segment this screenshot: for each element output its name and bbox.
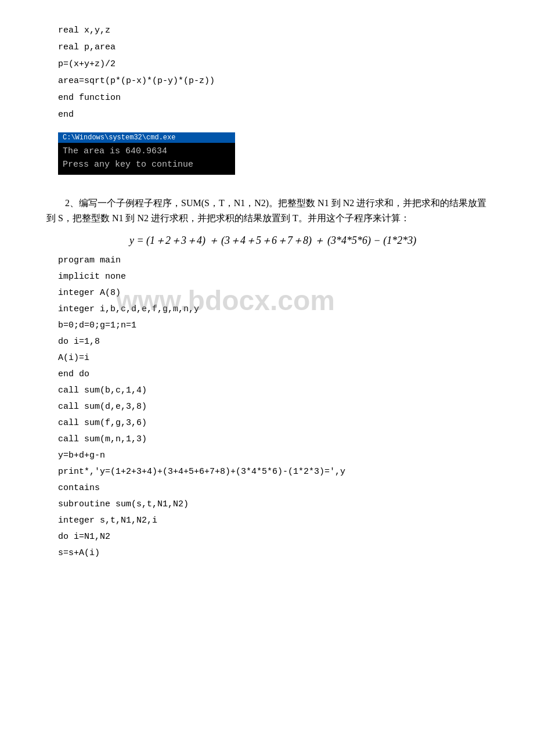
code-line-5: end function	[46, 93, 488, 103]
code2-line-3: integer A(8)	[46, 288, 488, 298]
code2-line-7: A(i)=i	[46, 353, 488, 363]
code-line-2: real p,area	[46, 42, 488, 52]
code2-line-18: do i=N1,N2	[46, 532, 488, 542]
terminal-line-1: The area is 640.9634	[63, 145, 230, 159]
code2-line-10: call sum(d,e,3,8)	[46, 402, 488, 412]
code2-line-19: s=s+A(i)	[46, 548, 488, 558]
code-line-6: end	[46, 110, 488, 120]
code2-line-17: integer s,t,N1,N2,i	[46, 516, 488, 525]
code2-line-16: subroutine sum(s,t,N1,N2)	[46, 499, 488, 509]
code2-line-5: b=0;d=0;g=1;n=1	[46, 321, 488, 330]
code2-line-13: y=b+d+g-n	[46, 451, 488, 460]
terminal-body: The area is 640.9634 Press any key to co…	[58, 143, 235, 175]
code-line-3: p=(x+y+z)/2	[46, 59, 488, 69]
code2-line-9: call sum(b,c,1,4)	[46, 386, 488, 395]
math-formula: y = (1＋2＋3＋4) ＋ (3＋4＋5＋6＋7＋8) ＋ (3*4*5*6…	[46, 233, 488, 247]
code2-line-1: program main	[46, 255, 488, 265]
paragraph-1: 2、编写一个子例程子程序，SUM(S，T，N1，N2)。把整型数 N1 到 N2…	[46, 196, 488, 225]
code2-line-2: implicit none	[46, 272, 488, 282]
code-line-4: area=sqrt(p*(p-x)*(p-y)*(p-z))	[46, 76, 488, 86]
code2-line-14: print*,'y=(1+2+3+4)+(3+4+5+6+7+8)+(3*4*5…	[46, 467, 488, 477]
code-line-1: real x,y,z	[46, 26, 488, 35]
terminal-title-bar: C:\Windows\system32\cmd.exe	[58, 132, 235, 143]
terminal-window: C:\Windows\system32\cmd.exe The area is …	[58, 132, 235, 175]
code2-line-8: end do	[46, 369, 488, 379]
terminal-line-2: Press any key to continue	[63, 159, 230, 172]
code2-line-11: call sum(f,g,3,6)	[46, 418, 488, 428]
code2-line-4: integer i,b,c,d,e,f,g,m,n,y	[46, 304, 488, 314]
code2-line-12: call sum(m,n,1,3)	[46, 434, 488, 444]
code2-line-15: contains	[46, 483, 488, 493]
code2-line-6: do i=1,8	[46, 337, 488, 347]
